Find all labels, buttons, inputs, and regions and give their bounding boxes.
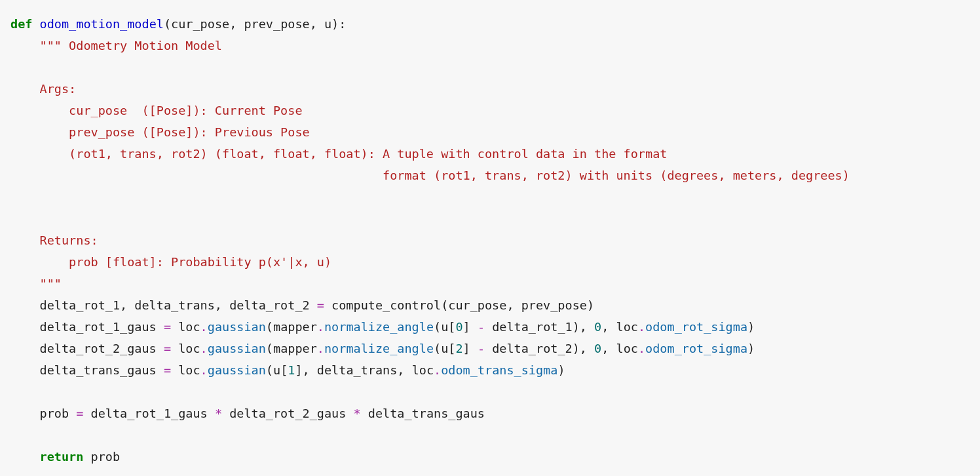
code-line: return prob: [10, 450, 120, 464]
params: (cur_pose, prev_pose, u):: [164, 17, 346, 31]
code-text: , loc: [601, 342, 638, 355]
docstring-line: Returns:: [10, 233, 98, 247]
attr: gaussian: [208, 363, 266, 377]
keyword-def: def: [10, 17, 32, 31]
operator: =: [164, 363, 171, 377]
attr: normalize_angle: [324, 320, 434, 334]
attr: gaussian: [208, 342, 266, 355]
code-text: delta_rot_1_gaus: [10, 320, 164, 334]
operator: =: [164, 320, 171, 334]
code-line: delta_rot_1_gaus = loc.gaussian(mapper.n…: [10, 320, 755, 334]
dot: .: [317, 342, 324, 355]
dot: .: [200, 363, 208, 377]
code-text: loc: [171, 363, 200, 377]
code-line: delta_trans_gaus = loc.gaussian(u[1], de…: [10, 363, 565, 377]
code-text: delta_rot_2_gaus: [222, 407, 353, 420]
space: [32, 17, 39, 31]
dot: .: [638, 342, 645, 355]
number: 0: [594, 342, 601, 355]
docstring-line: """: [10, 277, 62, 290]
keyword-return: return: [40, 450, 84, 464]
indent: [10, 450, 40, 464]
operator: -: [478, 320, 485, 334]
code-text: ]: [463, 320, 478, 334]
operator: -: [478, 342, 485, 355]
dot: .: [317, 320, 324, 334]
docstring-line: Args:: [10, 82, 76, 96]
docstring-line: cur_pose ([Pose]): Current Pose: [10, 104, 303, 117]
dot: .: [434, 363, 441, 377]
docstring-line: prev_pose ([Pose]): Previous Pose: [10, 125, 310, 139]
code-text: (mapper: [266, 320, 317, 334]
code-text: (u[: [434, 342, 455, 355]
number: 0: [594, 320, 601, 334]
code-text: delta_rot_1_gaus: [83, 407, 214, 420]
code-text: ): [747, 342, 755, 355]
docstring-line: format (rot1, trans, rot2) with units (d…: [10, 169, 850, 182]
docstring-line: (rot1, trans, rot2) (float, float, float…: [10, 147, 667, 161]
code-line: delta_rot_1, delta_trans, delta_rot_2 = …: [10, 298, 594, 312]
code-block: def odom_motion_model(cur_pose, prev_pos…: [0, 0, 980, 476]
attr: odom_rot_sigma: [645, 320, 747, 334]
operator: *: [354, 407, 361, 420]
code-line: delta_rot_2_gaus = loc.gaussian(mapper.n…: [10, 342, 755, 355]
code-text: (u[: [434, 320, 455, 334]
code-text: compute_control(cur_pose, prev_pose): [324, 298, 594, 312]
code-text: (u[: [266, 363, 288, 377]
docstring-line: prob [float]: Probability p(x'|x, u): [10, 255, 331, 269]
code-text: delta_trans_gaus: [10, 363, 164, 377]
code-line: def odom_motion_model(cur_pose, prev_pos…: [10, 17, 346, 31]
code-text: prob: [83, 450, 120, 464]
code-text: delta_trans_gaus: [361, 407, 485, 420]
code-text: delta_rot_2_gaus: [10, 342, 164, 355]
code-text: delta_rot_1),: [485, 320, 594, 334]
code-text: ): [557, 363, 565, 377]
code-text: loc: [171, 320, 200, 334]
dot: .: [200, 342, 208, 355]
code-line: prob = delta_rot_1_gaus * delta_rot_2_ga…: [10, 407, 485, 420]
number: 1: [288, 363, 295, 377]
dot: .: [638, 320, 645, 334]
code-text: delta_rot_1, delta_trans, delta_rot_2: [10, 298, 317, 312]
code-text: (mapper: [266, 342, 317, 355]
code-text: , loc: [601, 320, 638, 334]
operator: =: [164, 342, 171, 355]
docstring-line: """ Odometry Motion Model: [10, 39, 222, 52]
attr: odom_rot_sigma: [645, 342, 747, 355]
attr: odom_trans_sigma: [441, 363, 557, 377]
code-text: ]: [463, 342, 478, 355]
number: 2: [455, 342, 462, 355]
code-text: delta_rot_2),: [485, 342, 594, 355]
code-text: loc: [171, 342, 200, 355]
code-text: ], delta_trans, loc: [295, 363, 434, 377]
dot: .: [200, 320, 208, 334]
attr: normalize_angle: [324, 342, 434, 355]
operator: *: [215, 407, 222, 420]
attr: gaussian: [208, 320, 266, 334]
operator: =: [76, 407, 83, 420]
code-text: ): [747, 320, 755, 334]
operator: =: [317, 298, 324, 312]
function-name: odom_motion_model: [40, 17, 164, 31]
code-text: prob: [10, 407, 76, 420]
number: 0: [455, 320, 462, 334]
